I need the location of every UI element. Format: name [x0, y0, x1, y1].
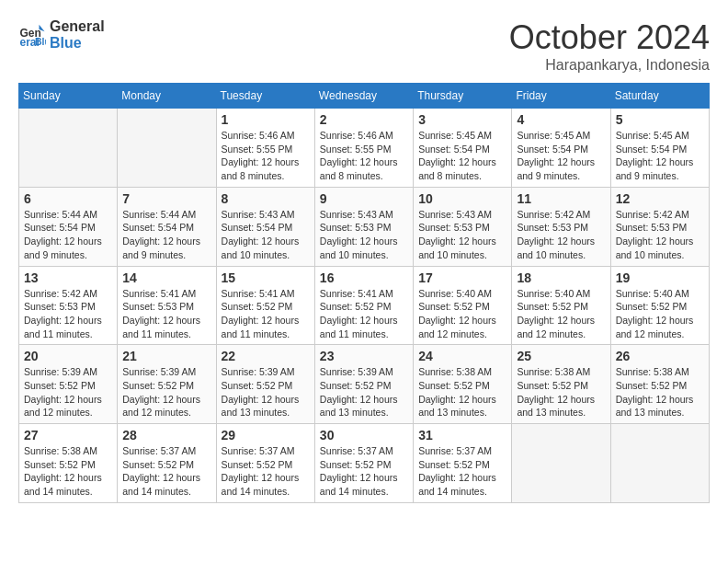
day-number: 7 — [122, 191, 210, 206]
day-info: Sunrise: 5:38 AMSunset: 5:52 PMDaylight:… — [24, 444, 112, 499]
title-section: October 2024 Harapankarya, Indonesia — [509, 18, 710, 74]
day-number: 3 — [418, 112, 506, 127]
day-number: 20 — [24, 349, 112, 363]
day-number: 21 — [122, 349, 210, 363]
day-number: 15 — [222, 270, 310, 285]
calendar-cell: 12Sunrise: 5:42 AMSunset: 5:53 PMDayligh… — [610, 187, 709, 266]
calendar-cell: 24Sunrise: 5:38 AMSunset: 5:52 PMDayligh… — [414, 345, 512, 424]
calendar-cell: 22Sunrise: 5:39 AMSunset: 5:52 PMDayligh… — [216, 345, 314, 424]
calendar-cell: 27Sunrise: 5:38 AMSunset: 5:52 PMDayligh… — [19, 424, 118, 503]
day-number: 28 — [122, 428, 210, 442]
day-info: Sunrise: 5:39 AMSunset: 5:52 PMDaylight:… — [320, 365, 408, 419]
weekday-header-saturday: Saturday — [610, 84, 709, 109]
day-info: Sunrise: 5:38 AMSunset: 5:52 PMDaylight:… — [616, 365, 704, 419]
day-info: Sunrise: 5:39 AMSunset: 5:52 PMDaylight:… — [222, 365, 310, 419]
day-info: Sunrise: 5:42 AMSunset: 5:53 PMDaylight:… — [616, 208, 704, 262]
calendar-cell: 26Sunrise: 5:38 AMSunset: 5:52 PMDayligh… — [610, 345, 709, 424]
day-number: 27 — [24, 428, 112, 442]
weekday-header-wednesday: Wednesday — [314, 84, 413, 109]
weekday-header-sunday: Sunday — [19, 84, 118, 109]
day-info: Sunrise: 5:42 AMSunset: 5:53 PMDaylight:… — [24, 287, 112, 341]
day-info: Sunrise: 5:45 AMSunset: 5:54 PMDaylight:… — [616, 129, 704, 183]
week-row-1: 1Sunrise: 5:46 AMSunset: 5:55 PMDaylight… — [19, 109, 710, 188]
svg-text:Blue: Blue — [35, 36, 46, 47]
weekday-header-thursday: Thursday — [414, 84, 512, 109]
calendar-cell — [19, 109, 118, 188]
calendar-cell: 16Sunrise: 5:41 AMSunset: 5:52 PMDayligh… — [314, 266, 413, 345]
day-number: 10 — [418, 191, 506, 206]
day-info: Sunrise: 5:37 AMSunset: 5:52 PMDaylight:… — [122, 444, 210, 499]
day-number: 5 — [616, 112, 704, 127]
weekday-header-friday: Friday — [512, 84, 610, 109]
day-info: Sunrise: 5:43 AMSunset: 5:53 PMDaylight:… — [418, 208, 506, 262]
calendar-cell: 14Sunrise: 5:41 AMSunset: 5:53 PMDayligh… — [118, 266, 216, 345]
day-info: Sunrise: 5:40 AMSunset: 5:52 PMDaylight:… — [616, 287, 704, 341]
day-info: Sunrise: 5:43 AMSunset: 5:54 PMDaylight:… — [222, 208, 310, 262]
day-number: 23 — [320, 349, 408, 363]
day-number: 22 — [222, 349, 310, 363]
calendar-cell: 8Sunrise: 5:43 AMSunset: 5:54 PMDaylight… — [216, 187, 314, 266]
day-info: Sunrise: 5:38 AMSunset: 5:52 PMDaylight:… — [418, 365, 506, 419]
day-info: Sunrise: 5:41 AMSunset: 5:53 PMDaylight:… — [122, 287, 210, 341]
day-number: 31 — [418, 428, 506, 442]
calendar-cell: 18Sunrise: 5:40 AMSunset: 5:52 PMDayligh… — [512, 266, 610, 345]
day-number: 12 — [616, 191, 704, 206]
calendar-cell — [610, 424, 709, 503]
weekday-header-monday: Monday — [118, 84, 216, 109]
day-number: 19 — [616, 270, 704, 285]
day-info: Sunrise: 5:41 AMSunset: 5:52 PMDaylight:… — [222, 287, 310, 341]
day-number: 18 — [517, 270, 605, 285]
calendar: SundayMondayTuesdayWednesdayThursdayFrid… — [18, 83, 710, 503]
day-info: Sunrise: 5:42 AMSunset: 5:53 PMDaylight:… — [517, 208, 605, 262]
logo-line2: Blue — [50, 35, 105, 52]
day-number: 8 — [222, 191, 310, 206]
month-title: October 2024 — [509, 18, 710, 57]
day-info: Sunrise: 5:44 AMSunset: 5:54 PMDaylight:… — [122, 208, 210, 262]
logo-line1: General — [50, 18, 105, 35]
day-number: 2 — [320, 112, 408, 127]
calendar-cell: 9Sunrise: 5:43 AMSunset: 5:53 PMDaylight… — [314, 187, 413, 266]
calendar-cell: 5Sunrise: 5:45 AMSunset: 5:54 PMDaylight… — [610, 109, 709, 188]
weekday-header-tuesday: Tuesday — [216, 84, 314, 109]
day-number: 13 — [24, 270, 112, 285]
calendar-cell: 3Sunrise: 5:45 AMSunset: 5:54 PMDaylight… — [414, 109, 512, 188]
day-info: Sunrise: 5:40 AMSunset: 5:52 PMDaylight:… — [517, 287, 605, 341]
day-info: Sunrise: 5:37 AMSunset: 5:52 PMDaylight:… — [418, 444, 506, 499]
calendar-cell: 4Sunrise: 5:45 AMSunset: 5:54 PMDaylight… — [512, 109, 610, 188]
calendar-cell — [118, 109, 216, 188]
day-number: 16 — [320, 270, 408, 285]
logo: Gen eral Blue General Blue — [18, 18, 105, 51]
calendar-cell: 17Sunrise: 5:40 AMSunset: 5:52 PMDayligh… — [414, 266, 512, 345]
calendar-cell: 21Sunrise: 5:39 AMSunset: 5:52 PMDayligh… — [118, 345, 216, 424]
day-number: 25 — [517, 349, 605, 363]
day-number: 30 — [320, 428, 408, 442]
day-number: 26 — [616, 349, 704, 363]
day-info: Sunrise: 5:39 AMSunset: 5:52 PMDaylight:… — [122, 365, 210, 419]
location: Harapankarya, Indonesia — [509, 57, 710, 74]
day-info: Sunrise: 5:44 AMSunset: 5:54 PMDaylight:… — [24, 208, 112, 262]
calendar-cell: 29Sunrise: 5:37 AMSunset: 5:52 PMDayligh… — [216, 424, 314, 503]
day-number: 17 — [418, 270, 506, 285]
day-info: Sunrise: 5:46 AMSunset: 5:55 PMDaylight:… — [222, 129, 310, 183]
calendar-cell: 20Sunrise: 5:39 AMSunset: 5:52 PMDayligh… — [19, 345, 118, 424]
calendar-cell: 15Sunrise: 5:41 AMSunset: 5:52 PMDayligh… — [216, 266, 314, 345]
calendar-cell: 1Sunrise: 5:46 AMSunset: 5:55 PMDaylight… — [216, 109, 314, 188]
calendar-cell: 11Sunrise: 5:42 AMSunset: 5:53 PMDayligh… — [512, 187, 610, 266]
week-row-2: 6Sunrise: 5:44 AMSunset: 5:54 PMDaylight… — [19, 187, 710, 266]
week-row-5: 27Sunrise: 5:38 AMSunset: 5:52 PMDayligh… — [19, 424, 710, 503]
calendar-cell: 28Sunrise: 5:37 AMSunset: 5:52 PMDayligh… — [118, 424, 216, 503]
day-info: Sunrise: 5:37 AMSunset: 5:52 PMDaylight:… — [320, 444, 408, 499]
day-info: Sunrise: 5:37 AMSunset: 5:52 PMDaylight:… — [222, 444, 310, 499]
logo-icon: Gen eral Blue — [18, 21, 46, 49]
page-header: Gen eral Blue General Blue October 2024 … — [18, 18, 710, 74]
day-info: Sunrise: 5:43 AMSunset: 5:53 PMDaylight:… — [320, 208, 408, 262]
day-info: Sunrise: 5:41 AMSunset: 5:52 PMDaylight:… — [320, 287, 408, 341]
day-number: 9 — [320, 191, 408, 206]
calendar-cell: 19Sunrise: 5:40 AMSunset: 5:52 PMDayligh… — [610, 266, 709, 345]
calendar-cell: 7Sunrise: 5:44 AMSunset: 5:54 PMDaylight… — [118, 187, 216, 266]
day-info: Sunrise: 5:45 AMSunset: 5:54 PMDaylight:… — [517, 129, 605, 183]
day-info: Sunrise: 5:38 AMSunset: 5:52 PMDaylight:… — [517, 365, 605, 419]
week-row-4: 20Sunrise: 5:39 AMSunset: 5:52 PMDayligh… — [19, 345, 710, 424]
day-info: Sunrise: 5:45 AMSunset: 5:54 PMDaylight:… — [418, 129, 506, 183]
day-number: 4 — [517, 112, 605, 127]
